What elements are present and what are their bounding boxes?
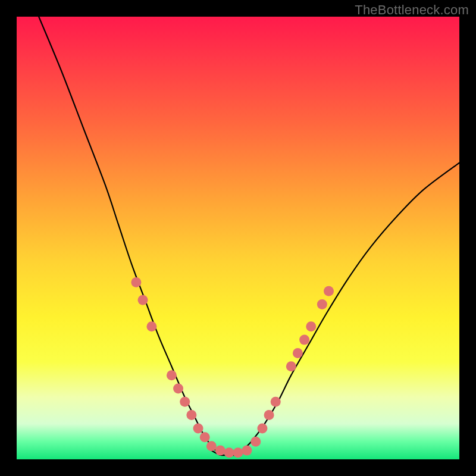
watermark-text: TheBottleneck.com <box>355 2 469 18</box>
data-marker <box>131 277 141 287</box>
data-marker <box>224 447 234 458</box>
data-marker <box>306 321 316 331</box>
data-marker <box>324 286 334 296</box>
chart-svg <box>17 17 459 459</box>
data-marker <box>186 410 196 420</box>
data-marker <box>180 397 190 407</box>
data-marker <box>206 441 217 451</box>
data-marker <box>146 321 156 331</box>
data-marker <box>193 423 203 433</box>
chart-frame <box>17 17 459 459</box>
data-marker <box>138 295 148 305</box>
data-marker <box>173 383 183 393</box>
data-marker <box>257 423 267 433</box>
data-marker <box>286 361 296 371</box>
data-marker <box>242 446 252 456</box>
data-marker <box>250 437 261 447</box>
data-marker <box>200 432 210 442</box>
marker-group <box>131 277 334 458</box>
bottleneck-curve <box>39 17 459 455</box>
data-marker <box>299 335 309 345</box>
data-marker <box>167 370 177 380</box>
data-marker <box>215 446 226 456</box>
data-marker <box>271 397 281 407</box>
curve-group <box>39 17 459 455</box>
data-marker <box>233 447 243 458</box>
data-marker <box>264 410 274 420</box>
data-marker <box>317 299 327 309</box>
data-marker <box>293 348 303 358</box>
